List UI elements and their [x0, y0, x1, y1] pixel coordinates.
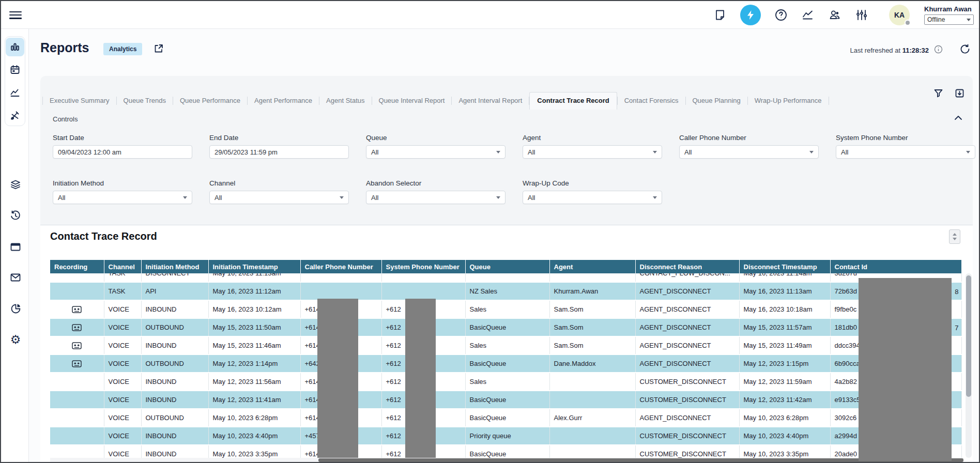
tab-executive-summary[interactable]: Executive Summary — [43, 93, 116, 108]
tab-agent-interval-report[interactable]: Agent Interval Report — [452, 93, 529, 108]
sidebar-item-mail[interactable] — [9, 271, 22, 284]
cell-channel: TASK — [104, 282, 141, 300]
start-date-input[interactable] — [53, 145, 192, 159]
sidebar-item-reports[interactable] — [6, 38, 24, 56]
cell-channel: VOICE — [104, 318, 141, 336]
sidebar-item-window[interactable] — [9, 241, 22, 253]
refresh-icon[interactable] — [959, 43, 971, 57]
recording-icon[interactable] — [54, 324, 100, 331]
cell-channel: VOICE — [104, 391, 141, 409]
column-header-recording[interactable]: Recording — [50, 260, 104, 273]
sliders-icon[interactable] — [855, 8, 868, 22]
start-date-input-value[interactable] — [58, 148, 187, 156]
horizontal-scrollbar[interactable] — [50, 458, 963, 462]
column-header-system-phone-number[interactable]: System Phone Number — [381, 260, 465, 273]
sidebar-item-layers[interactable] — [9, 179, 22, 191]
table-row[interactable]: VOICEINBOUNDMay 15, 2023 11:46am+614+612… — [50, 336, 961, 354]
cell-queue: BasicQueue — [465, 318, 549, 336]
caller-phone-number-select[interactable]: All — [679, 145, 819, 159]
table-row[interactable]: VOICEOUTBOUNDMay 15, 2023 11:50am+614+61… — [50, 318, 961, 336]
notes-icon[interactable] — [713, 8, 727, 22]
cell-recording — [50, 373, 104, 391]
last-refreshed-text: Last refreshed at 11:28:32 — [850, 47, 929, 54]
topbar: KA Khurram Awan Offline — [1, 1, 979, 29]
status-select[interactable]: Offline — [924, 14, 974, 25]
table-row[interactable]: VOICEOUTBOUNDMay 12, 2023 1:14pm+642+612… — [50, 354, 961, 373]
cell-disconnect-timestamp: May 16, 2023 11:14am — [739, 273, 830, 282]
column-header-queue[interactable]: Queue — [465, 260, 549, 273]
table-row[interactable]: VOICEINBOUNDMay 10, 2023 4:40pm+457+612P… — [50, 427, 961, 445]
cell-disconnect-timestamp: May 16, 2023 11:13am — [739, 282, 830, 300]
quick-actions-lightning-icon[interactable] — [740, 5, 761, 25]
select-value: All — [58, 194, 65, 202]
column-header-channel[interactable]: Channel — [104, 260, 141, 273]
filter-label: Agent — [523, 134, 662, 142]
abandon-selector-select[interactable]: All — [366, 191, 506, 204]
end-date-input[interactable] — [209, 145, 349, 159]
initiation-method-select[interactable]: All — [53, 191, 192, 204]
tab-wrap-up-performance[interactable]: Wrap-Up Performance — [748, 93, 829, 108]
line-chart-icon[interactable] — [801, 8, 815, 22]
column-header-agent[interactable]: Agent — [549, 260, 635, 273]
chevron-down-icon — [653, 196, 657, 199]
spinner-up-icon[interactable] — [953, 233, 957, 236]
column-header-disconnect-reason[interactable]: Disconnect Reason — [635, 260, 739, 273]
sidebar-item-customize[interactable] — [6, 106, 24, 125]
cell-recording — [50, 300, 104, 318]
select-value: All — [841, 148, 848, 156]
tab-agent-status[interactable]: Agent Status — [319, 93, 371, 108]
cell-disconnect-timestamp: May 12, 2023 11:59am — [739, 373, 830, 391]
row-spinner[interactable] — [949, 229, 960, 244]
table-row[interactable]: VOICEINBOUNDMay 12, 2023 11:56am+614+612… — [50, 373, 961, 391]
column-header-caller-phone-number[interactable]: Caller Phone Number — [300, 260, 381, 273]
queue-select[interactable]: All — [366, 145, 506, 159]
table-row[interactable]: VOICEINBOUNDMay 16, 2023 10:12am+614+612… — [50, 300, 961, 318]
download-icon[interactable] — [955, 88, 964, 100]
column-header-initiation-method[interactable]: Initiation Method — [141, 260, 208, 273]
sidebar-item-trends[interactable] — [6, 83, 24, 102]
recording-icon[interactable] — [54, 306, 100, 313]
channel-select[interactable]: All — [209, 191, 349, 204]
avatar[interactable]: KA — [889, 5, 910, 25]
sidebar-item-calendar[interactable] — [6, 60, 24, 79]
help-icon[interactable] — [774, 8, 788, 22]
filter-icon[interactable] — [933, 88, 943, 100]
recording-icon[interactable] — [54, 360, 100, 367]
tab-queue-planning[interactable]: Queue Planning — [686, 93, 747, 108]
info-icon[interactable] — [934, 45, 943, 56]
users-icon[interactable] — [828, 8, 841, 22]
vertical-scrollbar-thumb[interactable] — [966, 275, 971, 397]
recording-icon[interactable] — [54, 342, 100, 349]
spinner-down-icon[interactable] — [953, 238, 957, 240]
table-row[interactable]: TASKDISCONNECTMay 16, 2023 11:13amCONTAC… — [50, 273, 961, 282]
tab-contract-trace-record[interactable]: Contract Trace Record — [529, 92, 617, 110]
table-row[interactable]: VOICEOUTBOUNDMay 10, 2023 6:28pm+614+612… — [50, 409, 961, 427]
tab-contact-forensics[interactable]: Contact Forensics — [618, 93, 685, 108]
tab-queue-trends[interactable]: Queue Trends — [117, 93, 173, 108]
contact-id-text: 4a2b82 — [835, 378, 857, 385]
cell-initiation-method: OUTBOUND — [141, 354, 208, 373]
tab-queue-interval-report[interactable]: Queue Interval Report — [372, 93, 452, 108]
collapse-controls-icon[interactable] — [954, 113, 962, 122]
system-phone-number-select[interactable]: All — [836, 145, 975, 159]
agent-select[interactable]: All — [523, 145, 662, 159]
column-header-initiation-timestamp[interactable]: Initiation Timestamp — [208, 260, 300, 273]
tab-agent-performance[interactable]: Agent Performance — [248, 93, 319, 108]
table-row[interactable]: TASKAPIMay 16, 2023 11:12amNZ SalesKhurr… — [50, 282, 961, 300]
open-external-icon[interactable] — [153, 43, 164, 56]
column-header-disconnect-timestamp[interactable]: Disconnect Timestamp — [739, 260, 830, 273]
end-date-input-value[interactable] — [215, 148, 344, 156]
select-value: All — [371, 148, 378, 156]
sidebar-item-pie-chart[interactable] — [9, 302, 22, 315]
sidebar-item-settings[interactable]: ⚙ — [9, 333, 22, 346]
table-row[interactable]: VOICEINBOUNDMay 12, 2023 11:41am+614+612… — [50, 391, 961, 409]
select-value: All — [528, 148, 535, 156]
wrap-up-code-select[interactable]: All — [523, 191, 662, 204]
sidebar-item-history[interactable] — [9, 209, 22, 222]
vertical-scrollbar[interactable] — [966, 273, 972, 458]
tab-queue-performance[interactable]: Queue Performance — [173, 93, 247, 108]
cell-initiation-method: OUTBOUND — [141, 318, 208, 336]
column-header-contact-id[interactable]: Contact Id — [830, 260, 961, 273]
cell-disconnect-reason: AGENT_DISCONNECT — [635, 300, 739, 318]
hamburger-menu-icon[interactable] — [9, 9, 22, 21]
